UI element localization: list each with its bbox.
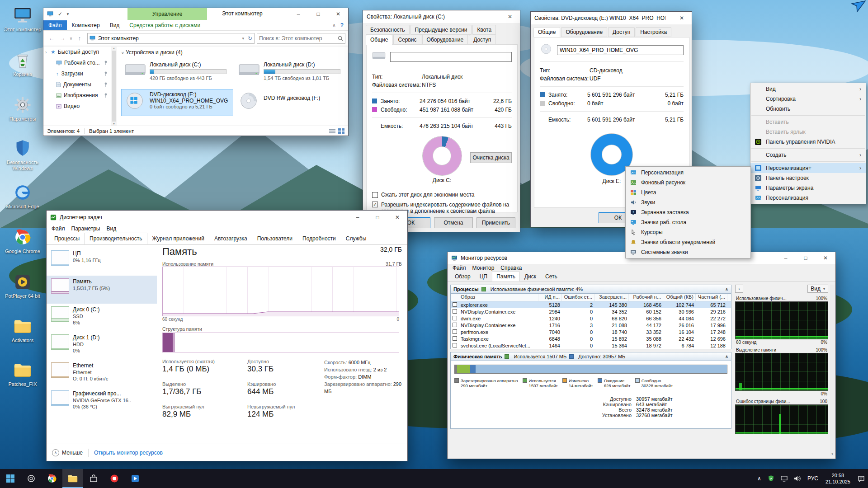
desktop-icon-potplayer[interactable]: PotPlayer 64 bit: [3, 272, 42, 299]
menu-item-paste[interactable]: Вставить: [750, 117, 866, 127]
compress-checkbox-row[interactable]: Сжать этот диск для экономии места: [372, 192, 512, 198]
tab-network[interactable]: Сеть: [541, 272, 562, 282]
group-collapse-icon[interactable]: ∨: [121, 51, 124, 55]
desktop-icon-activators[interactable]: Activators: [3, 316, 42, 343]
tab-hardware[interactable]: Оборудование: [561, 27, 607, 37]
start-button[interactable]: [0, 469, 21, 488]
submenu-item-desktop-icons[interactable]: Значки раб. стола: [626, 217, 750, 227]
maximize-button[interactable]: □: [368, 211, 387, 224]
tab-tools[interactable]: Сервис: [393, 35, 421, 45]
process-row[interactable]: explorer.exe51282145 380168 456102 74465…: [451, 301, 731, 308]
up-icon[interactable]: ↑: [74, 35, 85, 42]
desktop-icon-patches-fix[interactable]: Patches_FIX: [3, 360, 42, 387]
back-icon[interactable]: ←: [46, 35, 57, 42]
menu-item-sort[interactable]: Сортировка›: [750, 94, 866, 104]
menu-item-personalization-plus[interactable]: Персонализация+›: [750, 163, 866, 173]
apply-button[interactable]: Применить: [476, 217, 515, 228]
taskbar-empty-area[interactable]: [146, 469, 754, 488]
taskbar-icon-media-player[interactable]: [125, 469, 146, 488]
disk-cleanup-button[interactable]: Очистка диска: [470, 152, 512, 163]
tab-cpu[interactable]: ЦП: [475, 272, 492, 282]
sidebar-item-quick-access[interactable]: › ★ Быстрый доступ: [43, 47, 111, 57]
submenu-item-screensaver[interactable]: Экранная заставка: [626, 207, 750, 217]
thumbnail-view-icon[interactable]: [338, 128, 344, 134]
scroll-down-icon[interactable]: ▾: [113, 122, 115, 126]
tab-users[interactable]: Пользователи: [252, 233, 297, 244]
submenu-item-sounds[interactable]: Звуки: [626, 197, 750, 207]
contextual-tab-manage[interactable]: Управление: [127, 8, 207, 20]
sidebar-item-desktop[interactable]: Рабочий сто...: [43, 57, 111, 68]
minimize-button[interactable]: –: [288, 8, 308, 20]
perf-item-ethernet[interactable]: EthernetEthernetО: 0 П: 0 кбит/с: [47, 360, 157, 388]
forward-icon[interactable]: →: [57, 35, 68, 42]
ribbon-tab-view[interactable]: Вид: [105, 20, 125, 30]
fewer-details-button[interactable]: Меньше: [62, 450, 83, 456]
collapse-icon[interactable]: ∧: [725, 354, 728, 359]
menu-file[interactable]: Файл: [48, 225, 68, 232]
refresh-icon[interactable]: ↻: [248, 35, 252, 42]
tray-hidden-icons-chevron[interactable]: ∧: [754, 469, 764, 488]
desktop-icon-chrome[interactable]: Google Chrome: [3, 227, 42, 254]
tab-general[interactable]: Общие: [366, 35, 392, 45]
sidebar-item-downloads[interactable]: ↑ Загрузки: [43, 68, 111, 79]
close-button[interactable]: ✕: [328, 8, 348, 20]
processes-table-header[interactable]: Образ ИД п... Ошибок ст... Завершен... Р…: [451, 294, 731, 301]
compress-checkbox[interactable]: [372, 192, 378, 198]
menu-file[interactable]: Файл: [449, 265, 469, 271]
scroll-thumb[interactable]: [112, 51, 116, 122]
tab-quota[interactable]: Квота: [472, 25, 496, 35]
desktop-icon-this-pc[interactable]: Этот компьютер: [3, 5, 42, 33]
submenu-item-colors[interactable]: Цвета: [626, 188, 750, 197]
action-center-icon[interactable]: [854, 469, 868, 488]
sidebar-item-documents[interactable]: Документы: [43, 79, 111, 90]
tab-processes[interactable]: Процессы: [49, 233, 85, 244]
menu-item-personalization[interactable]: Персонализация: [750, 193, 866, 203]
submenu-item-notification-icons[interactable]: Значки области уведомлений: [626, 237, 750, 247]
drive-tile-f[interactable]: DVD RW дисковод (F:): [235, 89, 347, 116]
menu-item-view[interactable]: Вид›: [750, 84, 866, 94]
resmon-scrollbar[interactable]: ▾: [830, 285, 835, 456]
menu-item-display-settings[interactable]: Параметры экрана: [750, 183, 866, 193]
menu-item-refresh[interactable]: Обновить: [750, 104, 866, 114]
perf-item-disk1[interactable]: Диск 1 (D:)HDD0%: [47, 332, 157, 360]
sidebar-scrollbar[interactable]: ▴▾: [111, 47, 117, 126]
tab-security[interactable]: Безопасность: [366, 25, 410, 35]
expander-icon[interactable]: ›: [45, 50, 51, 55]
close-button[interactable]: ✕: [816, 252, 835, 264]
tab-services[interactable]: Службы: [341, 233, 371, 244]
tab-sharing[interactable]: Доступ: [608, 27, 635, 37]
desktop-icon-edge[interactable]: Microsoft Edge: [3, 183, 42, 210]
tab-app-history[interactable]: Журнал приложений: [147, 233, 209, 244]
ribbon-tab-computer[interactable]: Компьютер: [67, 20, 105, 30]
process-row[interactable]: NVDisplay.Container.exe2984034 35260 152…: [451, 308, 731, 315]
index-checkbox[interactable]: ✓: [372, 202, 378, 207]
tab-memory[interactable]: Память: [492, 272, 520, 282]
desktop-icon-windows-security[interactable]: Безопасность Windows: [3, 138, 42, 171]
perf-item-cpu[interactable]: ЦП0% 1,16 ГГц: [47, 248, 157, 276]
view-dropdown-button[interactable]: Вид▾: [807, 285, 828, 293]
tray-network-icon[interactable]: [778, 469, 791, 488]
menu-item-settings-panel[interactable]: Панель настроек: [750, 173, 866, 183]
menu-monitor[interactable]: Монитор: [469, 265, 498, 271]
close-button[interactable]: ✕: [500, 10, 520, 23]
tray-clock[interactable]: 20:58 21.10.2025: [821, 469, 854, 488]
menu-help[interactable]: Справка: [497, 265, 525, 271]
search-button[interactable]: [21, 469, 42, 488]
scroll-up-icon[interactable]: ▴: [113, 47, 115, 50]
open-resource-monitor-link[interactable]: Открыть монитор ресурсов: [94, 450, 163, 456]
tab-details[interactable]: Подробности: [297, 233, 341, 244]
taskbar-icon-store[interactable]: [83, 469, 104, 488]
minimize-button[interactable]: –: [776, 252, 796, 264]
qat-dropdown-icon[interactable]: ▾: [64, 12, 71, 16]
menu-item-paste-shortcut[interactable]: Вставить ярлык: [750, 127, 866, 137]
tray-language-indicator[interactable]: РУС: [804, 469, 821, 488]
maximize-button[interactable]: □: [308, 8, 328, 20]
qat-toggle-icon[interactable]: ✓: [56, 11, 64, 17]
drive-tile-e-selected[interactable]: DVD-дисковод (E:) WIN10_X64_PRO_HOME_OVG…: [121, 89, 233, 116]
drive-tile-c[interactable]: Локальный диск (C:) 420 ГБ свободно из 4…: [121, 59, 233, 86]
menu-view[interactable]: Вид: [103, 225, 119, 232]
expand-panel-icon[interactable]: ›: [735, 285, 743, 293]
ribbon-tab-file[interactable]: Файл: [43, 20, 67, 30]
sidebar-item-pictures[interactable]: Изображения: [43, 90, 111, 101]
physical-memory-header[interactable]: Физическая память Используется 1507 МБ Д…: [450, 352, 731, 361]
